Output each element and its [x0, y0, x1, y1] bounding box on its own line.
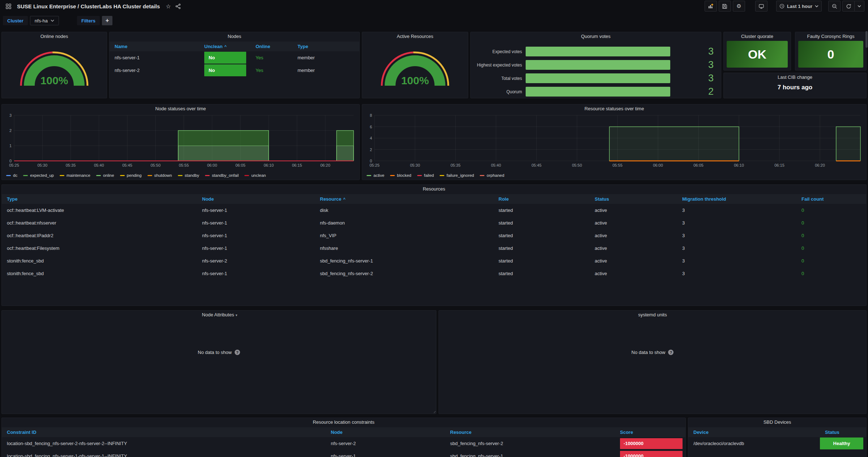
- cell: 0: [796, 271, 866, 276]
- node-statuses-chart[interactable]: 012305:2505:3005:3505:4005:4505:5005:550…: [2, 112, 358, 170]
- cell: nfs-server-1: [197, 245, 315, 251]
- panel-active-resources: Active Resources 100%: [362, 32, 468, 98]
- column-header[interactable]: Name: [110, 44, 199, 49]
- help-icon[interactable]: ?: [668, 350, 674, 355]
- panel-node-statuses-chart: Node statuses over time 012305:2505:3005…: [1, 104, 360, 180]
- column-header[interactable]: Resource: [445, 430, 615, 435]
- share-icon[interactable]: [175, 4, 181, 9]
- column-header[interactable]: Node: [197, 196, 315, 202]
- legend-item[interactable]: maintenance: [60, 173, 90, 178]
- panel-title[interactable]: systemd units: [439, 311, 866, 319]
- legend-item[interactable]: pending: [120, 173, 142, 178]
- zoom-out-button[interactable]: [828, 1, 841, 12]
- resources-table-body: ocf::heartbeat:LVM-activatenfs-server-1d…: [2, 204, 866, 280]
- column-header[interactable]: Resource^: [315, 196, 493, 202]
- bar-gauge-label: Total votes: [474, 76, 526, 81]
- table-row: ocf::heartbeat:nfsservernfs-server-1nfs-…: [2, 217, 866, 229]
- column-header[interactable]: Type: [292, 44, 359, 49]
- column-header[interactable]: Fail count: [796, 196, 866, 202]
- save-dashboard-button[interactable]: [719, 1, 731, 12]
- column-header[interactable]: Migration threshold: [677, 196, 796, 202]
- svg-text:05:40: 05:40: [491, 163, 501, 167]
- resources-table-header: TypeNodeResource^RoleStatusMigration thr…: [2, 194, 866, 204]
- settings-gear-button[interactable]: ⚙: [733, 1, 745, 12]
- constraints-table-body: location-sbd_fencing_nfs-server-2-nfs-se…: [2, 437, 685, 457]
- chevron-down-icon: [51, 19, 54, 22]
- nodes-table-header: NameUnclean^OnlineType: [110, 42, 359, 51]
- panel-title[interactable]: Quorum votes: [471, 32, 721, 40]
- time-range-picker[interactable]: Last 1 hour: [776, 1, 822, 12]
- column-header[interactable]: Node: [326, 430, 445, 435]
- cell: started: [493, 271, 590, 276]
- svg-text:05:25: 05:25: [369, 163, 380, 167]
- scrollbar-thumb[interactable]: [865, 31, 868, 48]
- table-row: ocf::heartbeat:Filesystemnfs-server-1nfs…: [2, 242, 866, 255]
- refresh-interval-dropdown[interactable]: [855, 1, 864, 12]
- panel-title[interactable]: Resources: [2, 185, 866, 193]
- panel-title[interactable]: Node statuses over time: [2, 104, 359, 112]
- panel-title[interactable]: Nodes: [110, 32, 359, 40]
- panel-title[interactable]: Active Resources: [362, 32, 468, 40]
- cell: -1000000: [615, 437, 685, 450]
- legend-item[interactable]: failed: [417, 173, 434, 178]
- svg-text:06:00: 06:00: [207, 163, 217, 167]
- resource-statuses-chart[interactable]: 0246805:2505:3005:3505:4005:4505:5005:55…: [362, 112, 865, 170]
- legend-item[interactable]: blocked: [390, 173, 411, 178]
- dashboard-grid-icon[interactable]: [6, 4, 11, 9]
- add-panel-button[interactable]: [705, 1, 717, 12]
- star-icon[interactable]: ☆: [166, 3, 171, 10]
- panel-title[interactable]: Faulty Corosync Rings: [795, 32, 866, 40]
- refresh-button[interactable]: [842, 1, 855, 12]
- column-header[interactable]: Unclean^: [199, 44, 251, 49]
- legend-swatch: [390, 175, 395, 176]
- panel-title[interactable]: Resource location constraints: [2, 418, 685, 426]
- column-header[interactable]: Score: [615, 430, 685, 435]
- legend-item[interactable]: active: [367, 173, 384, 178]
- svg-text:2: 2: [370, 148, 372, 152]
- panel-title[interactable]: Node Attributes ▾: [2, 311, 436, 319]
- cell: No: [199, 64, 251, 77]
- cluster-variable-select[interactable]: nfs-ha: [30, 16, 59, 25]
- cell: 0: [796, 208, 866, 213]
- panel-title[interactable]: Cluster quorate: [724, 32, 791, 40]
- online-nodes-gauge: 100%: [11, 40, 98, 89]
- panel-title[interactable]: Online nodes: [2, 32, 107, 40]
- column-header[interactable]: Status: [820, 430, 866, 435]
- column-header[interactable]: Type: [2, 196, 197, 202]
- legend-item[interactable]: shutdown: [147, 173, 172, 178]
- navbar: SUSE Linux Enterprise / ClusterLabs HA C…: [0, 0, 868, 12]
- column-header[interactable]: Status: [590, 196, 677, 202]
- legend-item[interactable]: expected_up: [23, 173, 54, 178]
- legend-item[interactable]: dc: [6, 173, 17, 178]
- add-filter-button[interactable]: +: [102, 16, 112, 25]
- column-header[interactable]: Device: [688, 430, 820, 435]
- svg-text:06:05: 06:05: [235, 163, 245, 167]
- cycle-view-button[interactable]: [755, 1, 767, 12]
- bar-gauge-bar: [526, 87, 670, 97]
- panel-title[interactable]: SBD Devices: [688, 418, 866, 426]
- panel-resize-handle[interactable]: [432, 409, 436, 413]
- cell: Healthy: [820, 437, 866, 450]
- table-row: stonith:fence_sbdnfs-server-1sbd_fencing…: [2, 267, 866, 280]
- legend-item[interactable]: failure_ignored: [440, 173, 474, 178]
- bar-gauge-label: Quorum: [474, 89, 526, 94]
- svg-text:06:10: 06:10: [264, 163, 274, 167]
- column-header[interactable]: Online: [251, 44, 292, 49]
- help-icon[interactable]: ?: [235, 350, 240, 355]
- panel-resources: Resources TypeNodeResource^RoleStatusMig…: [1, 184, 867, 306]
- time-range-label: Last 1 hour: [787, 4, 812, 9]
- legend-item[interactable]: standby_onfail: [205, 173, 239, 178]
- legend-item[interactable]: standby: [178, 173, 199, 178]
- legend-item[interactable]: online: [96, 173, 114, 178]
- table-row: ocf::heartbeat:IPaddr2nfs-server-1nfs_VI…: [2, 229, 866, 242]
- column-header[interactable]: Constraint ID: [2, 430, 326, 435]
- panel-title[interactable]: Resource statuses over time: [362, 104, 866, 112]
- panel-title[interactable]: Last CIB change: [724, 73, 866, 81]
- constraints-table-header: Constraint IDNodeResourceScore: [2, 427, 685, 437]
- active-resources-gauge: 100%: [372, 40, 458, 89]
- legend-item[interactable]: orphaned: [480, 173, 504, 178]
- cell: ocf::heartbeat:nfsserver: [2, 220, 197, 226]
- svg-text:05:50: 05:50: [572, 163, 582, 167]
- legend-item[interactable]: unclean: [244, 173, 266, 178]
- column-header[interactable]: Role: [493, 196, 590, 202]
